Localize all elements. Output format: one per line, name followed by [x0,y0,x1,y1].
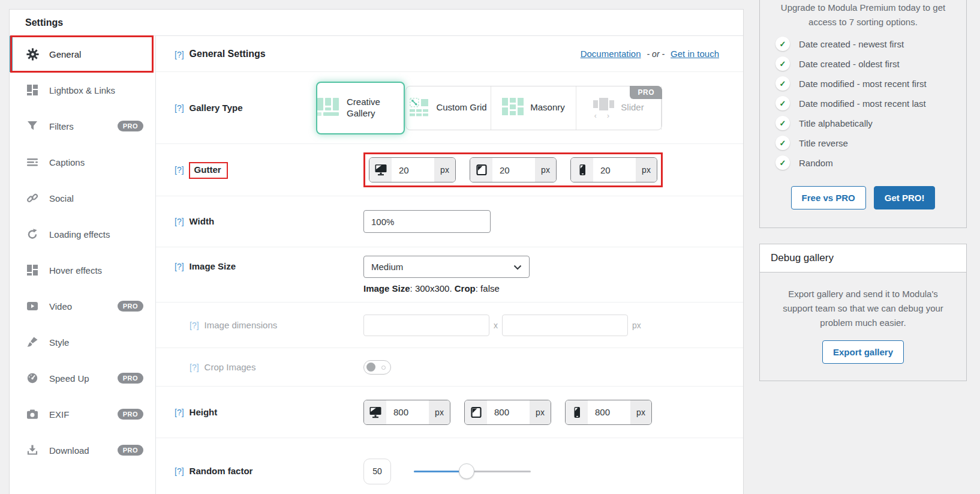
gallery-type-label-text: Custom Grid [436,102,486,113]
page-title: Settings [25,17,63,28]
help-icon[interactable]: [?] [175,216,184,227]
documentation-link[interactable]: Documentation [581,49,641,59]
width-row: [?] Width [156,196,743,247]
debug-gallery-description: Export gallery and send it to Modula's s… [777,287,949,330]
sidebar-item-filters[interactable]: Filters PRO [10,108,155,144]
slider-icon [593,97,614,113]
sidebar-item-captions[interactable]: Captions [10,144,155,180]
sidebar-item-social[interactable]: Social [10,180,155,216]
sidebar-item-loading-effects[interactable]: Loading effects [10,216,155,252]
help-icon[interactable]: [?] [175,164,184,175]
help-icon[interactable]: [?] [175,103,184,113]
help-icon[interactable]: [?] [175,261,184,272]
crop-images-row: [?] Crop Images [156,348,743,387]
height-desktop-input-group: px [363,400,450,425]
height-mobile-input-group: px [565,400,652,425]
check-icon: ✓ [775,56,790,71]
masonry-icon [502,98,524,118]
gallery-type-row: [?] Gallery Type [156,72,743,144]
get-pro-button[interactable]: Get PRO! [874,186,936,209]
gutter-desktop-input[interactable] [392,158,434,182]
help-icon[interactable]: [?] [190,362,199,373]
dimensions-separator: x [494,321,498,330]
gutter-mobile-input[interactable] [593,158,636,182]
pro-badge: PRO [118,409,143,420]
tablet-icon [465,400,487,424]
sidebar-item-general[interactable]: General [10,36,155,72]
width-label: [?] Width [175,215,363,227]
sidebar-item-label: Video [49,301,107,312]
gallery-type-creative-gallery[interactable]: Creative Gallery [316,82,405,134]
speedometer-icon [26,372,39,384]
gallery-type-label-text: Creative Gallery [347,97,404,119]
height-row: [?] Height p [156,387,743,438]
sidebar-item-label: EXIF [49,409,107,420]
sidebar-item-speed-up[interactable]: Speed Up PRO [10,360,155,396]
funnel-icon [26,120,39,132]
sidebar-item-label: Social [49,193,143,203]
help-icon[interactable]: [?] [190,320,199,331]
sidebar-item-label: Download [49,445,107,456]
gutter-label: [?] Gutter [175,164,363,176]
sidebar-item-download[interactable]: Download PRO [10,432,155,468]
feature-item: ✓ Title reverse [775,136,951,150]
px-suffix: px [530,400,551,424]
feature-item: ✓ Date created - oldest first [775,56,951,71]
height-desktop-input[interactable] [386,400,429,424]
random-factor-slider[interactable] [414,463,531,479]
chevron-down-icon [513,262,522,272]
get-in-touch-link[interactable]: Get in touch [671,49,719,59]
toggle-knob [366,363,375,372]
height-tablet-input-group: px [464,400,551,425]
toggle-dot [381,366,386,370]
image-size-label: [?] Image Size [175,261,363,273]
free-vs-pro-button[interactable]: Free vs PRO [791,186,866,209]
sidebar-item-style[interactable]: Style [10,324,155,360]
pro-badge: PRO [118,301,143,312]
annotation-red-box: Gutter [189,162,228,179]
sidebar-item-label: Captions [49,157,143,167]
sidebar-item-label: Loading effects [49,229,143,239]
caption-lines-icon [26,156,39,168]
gutter-desktop-input-group: px [369,157,456,182]
download-icon [26,444,39,456]
px-suffix: px [429,400,450,424]
height-tablet-input[interactable] [487,400,530,424]
image-size-row: [?] Image Size Medium Image Size: 300x30… [156,247,743,303]
image-height-input[interactable] [502,315,628,336]
custom-grid-icon [410,98,429,118]
help-icon[interactable]: [?] [175,466,184,477]
help-icon[interactable]: [?] [175,407,184,418]
image-width-input[interactable] [363,315,489,336]
slider-arrows-icon: ‹ › [594,113,614,118]
sidebar-item-exif[interactable]: EXIF PRO [10,396,155,432]
gallery-type-masonry[interactable]: Masonry [491,86,576,130]
sidebar-item-video[interactable]: Video PRO [10,288,155,324]
px-suffix: px [535,158,556,182]
crop-images-toggle[interactable] [363,360,391,375]
gallery-type-custom-grid[interactable]: Custom Grid [406,86,491,130]
sidebar-item-lightbox-links[interactable]: Lightbox & Links [10,72,155,108]
layout-icon [26,264,39,276]
brush-icon [26,336,39,348]
feature-item: ✓ Random [775,155,951,170]
image-size-select[interactable]: Medium [363,256,530,278]
upgrade-panel: Upgrade to Modula Premium today to get a… [759,0,967,228]
video-play-icon [26,300,39,312]
help-icon[interactable]: [?] [175,50,184,59]
check-icon: ✓ [775,96,790,110]
upgrade-message: Upgrade to Modula Premium today to get a… [775,1,951,29]
sidebar-item-hover-effects[interactable]: Hover effects [10,252,155,288]
settings-panel-header: Settings [10,10,743,36]
gutter-tablet-input[interactable] [492,158,535,182]
width-input[interactable] [363,210,491,233]
export-gallery-button[interactable]: Export gallery [822,340,904,364]
height-mobile-input[interactable] [588,400,630,424]
layout-icon [26,84,39,96]
feature-item: ✓ Date modified - most recent first [775,76,951,91]
tablet-icon [470,158,492,182]
gear-icon [26,48,39,61]
content-header-row: [?] General Settings Documentation - or … [156,36,743,72]
slider-thumb[interactable] [459,463,474,479]
random-factor-input[interactable] [363,459,391,484]
